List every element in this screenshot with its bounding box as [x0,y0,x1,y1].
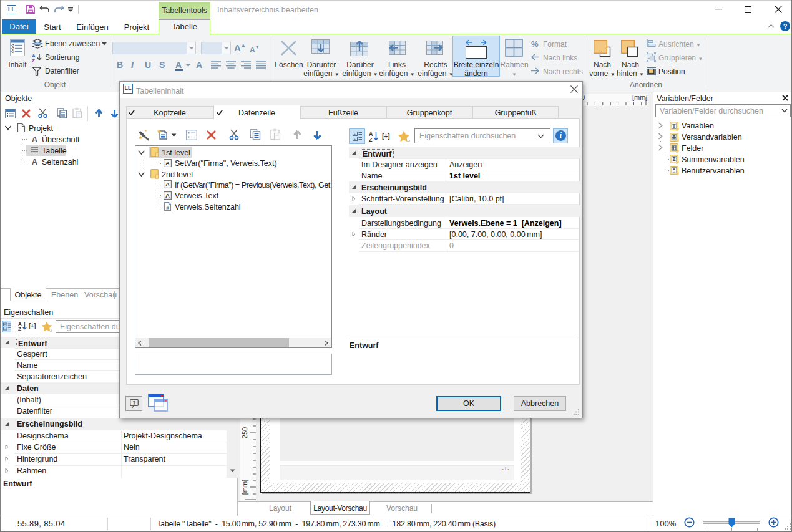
svg-text:0: 0 [581,94,585,101]
svg-text:Z: Z [32,58,35,62]
svg-text:+: + [4,323,6,326]
svg-text:Z: Z [18,326,21,331]
svg-text:250: 250 [241,427,248,438]
svg-text:T: T [672,123,676,129]
svg-text:Σ: Σ [672,156,675,162]
svg-text:+: + [4,327,6,331]
svg-text:[mm]: [mm] [241,480,248,495]
